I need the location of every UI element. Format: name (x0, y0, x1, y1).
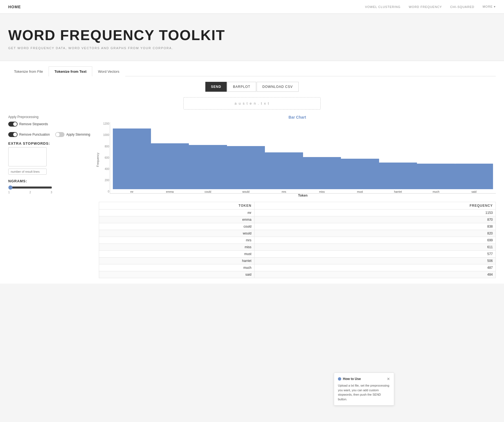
bar-col-said: said (455, 164, 493, 193)
cell-token: said (99, 271, 254, 278)
bar-label-emma: emma (166, 190, 174, 193)
table-row: harriet 506 (99, 258, 496, 264)
cell-token: must (99, 251, 254, 258)
nav-home[interactable]: HOME (8, 5, 21, 9)
nav-links: VOWEL CLUSTERING WORD FREQUENCY CHI-SQUA… (365, 5, 496, 9)
table-body: mr 1153 emma 870 could 838 would 820 mrs… (99, 209, 496, 278)
cell-token: much (99, 264, 254, 271)
bar-col-would: would (227, 146, 265, 193)
barplot-button[interactable]: BARPLOT (227, 82, 256, 92)
bar-col-could: could (189, 145, 227, 193)
cell-frequency: 487 (254, 264, 495, 271)
bar-could (189, 145, 227, 189)
navbar: HOME VOWEL CLUSTERING WORD FREQUENCY CHI… (0, 0, 504, 14)
cell-token: mr (99, 209, 254, 216)
bar-would (227, 146, 265, 189)
bar-must (341, 159, 379, 189)
left-panel: Apply Preprocessing Remove Stopwords Rem… (8, 115, 91, 278)
chart-wrapper: Frequency 0 200 400 600 800 1000 1200 (99, 122, 496, 197)
cell-frequency: 870 (254, 216, 495, 223)
bar-col-miss: miss (303, 157, 341, 193)
table-header-row: TOKEN FREQUENCY (99, 202, 496, 209)
table-row: would 820 (99, 230, 496, 237)
data-table: TOKEN FREQUENCY mr 1153 emma 870 could 8… (99, 202, 496, 278)
bar-label-miss: miss (319, 190, 325, 193)
slider-labels: 1 2 3 (8, 191, 52, 194)
ytick-1200: 1200 (99, 122, 109, 125)
col-token: TOKEN (99, 202, 254, 209)
toggle-stopwords-label: Remove Stopwords (19, 122, 48, 126)
cell-frequency: 699 (254, 237, 495, 244)
cell-token: harriet (99, 258, 254, 264)
bar-col-much: much (417, 164, 455, 193)
tabs-row: Tokenize from File Tokenize from Text Wo… (8, 66, 496, 76)
table-row: mrs 699 (99, 237, 496, 244)
toggle-stopwords-switch[interactable] (8, 122, 18, 127)
slider-mid: 2 (29, 191, 31, 194)
table-row: mr 1153 (99, 209, 496, 216)
tab-tokenize-text[interactable]: Tokenize from Text (49, 66, 92, 76)
ngrams-slider-container: 1 2 3 (8, 185, 52, 198)
chart-title: Bar Chart (99, 115, 496, 119)
cell-token: miss (99, 244, 254, 251)
toggle-stemming-switch[interactable] (55, 132, 65, 137)
download-csv-button[interactable]: DOWNLOAD CSV (257, 82, 299, 92)
table-row: must 577 (99, 251, 496, 258)
hero-subtitle: GET WORD FREQUENCY DATA, WORD VECTORS AN… (8, 46, 496, 50)
nav-link-chi[interactable]: CHI-SQUARED (450, 5, 474, 9)
bar-said (455, 164, 493, 189)
ytick-1000: 1000 (99, 133, 109, 136)
ytick-800: 800 (99, 145, 109, 148)
table-head: TOKEN FREQUENCY (99, 202, 496, 209)
bar-mrs (265, 152, 303, 189)
cell-frequency: 577 (254, 251, 495, 258)
bar-label-mrs: mrs (282, 190, 286, 193)
bar-harriet (379, 163, 417, 189)
result-lines-input[interactable] (8, 169, 47, 175)
toggle-punctuation-switch[interactable] (8, 132, 18, 137)
bar-col-must: must (341, 159, 379, 193)
cell-token: could (99, 223, 254, 230)
cell-frequency: 611 (254, 244, 495, 251)
ytick-400: 400 (99, 167, 109, 171)
bar-col-mr: mr (113, 128, 151, 193)
cell-token: mrs (99, 237, 254, 244)
bar-label-harriet: harriet (394, 190, 402, 193)
col-frequency: FREQUENCY (254, 202, 495, 209)
stopwords-textarea[interactable] (8, 147, 47, 166)
main-two-col: Apply Preprocessing Remove Stopwords Rem… (8, 115, 496, 278)
send-button[interactable]: SEND (205, 82, 226, 92)
cell-frequency: 820 (254, 230, 495, 237)
tab-tokenize-file[interactable]: Tokenize from File (8, 66, 49, 76)
toggle-apply-stemming: Apply Stemming (55, 132, 90, 137)
cell-token: would (99, 230, 254, 237)
bar-label-would: would (242, 190, 250, 193)
file-drop-area[interactable]: a u s t e n . t x t (183, 97, 321, 110)
cell-frequency: 484 (254, 271, 495, 278)
toggle-stemming-label: Apply Stemming (66, 133, 90, 136)
bar-mr (113, 128, 151, 189)
bar-miss (303, 157, 341, 189)
cell-frequency: 1153 (254, 209, 495, 216)
bar-col-harriet: harriet (379, 163, 417, 193)
cell-frequency: 838 (254, 223, 495, 230)
right-panel: Bar Chart Frequency 0 200 400 600 800 10… (99, 115, 496, 278)
toggle-remove-stopwords: Remove Stopwords (8, 122, 48, 127)
nav-link-word-freq[interactable]: WORD FREQUENCY (409, 5, 442, 9)
table-row: said 484 (99, 271, 496, 278)
table-row: emma 870 (99, 216, 496, 223)
main-content: Tokenize from File Tokenize from Text Wo… (0, 61, 504, 284)
nav-link-more[interactable]: MORE ▾ (483, 5, 496, 9)
bar-col-mrs: mrs (265, 152, 303, 193)
nav-link-vowel[interactable]: VOWEL CLUSTERING (365, 5, 401, 9)
toolbar: SEND BARPLOT DOWNLOAD CSV (8, 82, 496, 92)
bar-emma (151, 143, 189, 189)
hero-title: WORD FREQUENCY TOOLKIT (8, 27, 496, 43)
bar-col-emma: emma (151, 143, 189, 193)
bar-label-mr: mr (130, 190, 133, 193)
tab-word-vectors[interactable]: Word Vectors (92, 66, 125, 76)
ngrams-slider[interactable] (8, 185, 52, 190)
bar-label-must: must (357, 190, 363, 193)
slider-max: 3 (51, 191, 52, 194)
toggles-row: Remove Stopwords Remove Punctuation Appl… (8, 122, 91, 137)
